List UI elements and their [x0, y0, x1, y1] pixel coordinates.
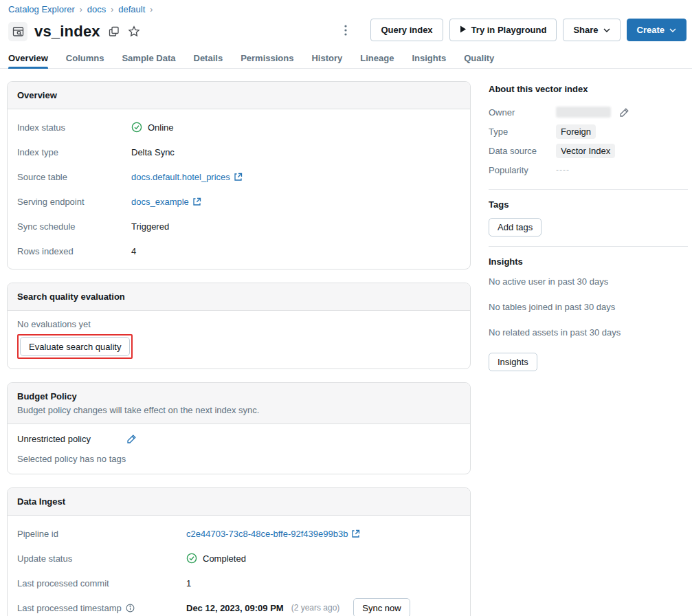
insights-section-title: Insights: [489, 256, 688, 267]
data-source-row: Data source Vector Index: [489, 141, 688, 160]
source-table-link[interactable]: docs.default.hotel_prices: [131, 172, 243, 182]
data-ingest-panel-body: Pipeline id c2e44703-73c8-48ce-bffe-92f4…: [8, 516, 470, 616]
owner-value-redacted: [556, 107, 611, 118]
popularity-label: Popularity: [489, 165, 556, 175]
copy-icon[interactable]: [109, 26, 120, 37]
tab-lineage[interactable]: Lineage: [360, 53, 394, 68]
content-area: Overview Index status Online: [0, 69, 692, 616]
tab-details[interactable]: Details: [194, 53, 223, 68]
overview-panel-header: Overview: [8, 82, 470, 109]
breadcrumb-default[interactable]: default: [118, 4, 145, 14]
overflow-menu-icon[interactable]: [337, 19, 355, 41]
row-label: Index type: [17, 147, 131, 157]
page-title: vs_index: [34, 23, 100, 41]
row-label: Last processed timestamp: [17, 603, 186, 613]
data-ingest-panel: Data Ingest Pipeline id c2e44703-73c8-48…: [7, 487, 471, 616]
data-ingest-panel-header: Data Ingest: [8, 488, 470, 516]
owner-row: Owner: [489, 102, 688, 122]
status-badge: Completed: [186, 553, 246, 564]
overview-panel-body: Index status Online Index type: [8, 109, 470, 269]
budget-policy-panel-subtitle: Budget policy changes will take effect o…: [17, 405, 460, 415]
insight-item: No related assets in past 30 days: [489, 327, 688, 338]
catalog-explorer-page: Catalog Explorer › docs › default › vs_i…: [0, 0, 692, 616]
tab-permissions[interactable]: Permissions: [241, 53, 293, 68]
details-sidebar: About this vector index Owner Type Forei…: [489, 81, 688, 616]
play-icon: [460, 25, 467, 35]
search-quality-panel-body: No evaluations yet Evaluate search quali…: [8, 311, 470, 368]
share-button[interactable]: Share: [563, 19, 620, 41]
source-table-row: Source table docs.default.hotel_prices: [8, 164, 470, 189]
serving-endpoint-link[interactable]: docs_example: [131, 197, 201, 207]
search-quality-panel-title: Search quality evaluation: [17, 292, 125, 302]
main-column: Overview Index status Online: [7, 81, 471, 616]
status-text: Online: [148, 122, 174, 133]
insights-button[interactable]: Insights: [489, 353, 537, 371]
about-section-title: About this vector index: [489, 84, 688, 94]
tab-overview[interactable]: Overview: [8, 53, 48, 68]
serving-endpoint-row: Serving endpoint docs_example: [8, 189, 470, 214]
insight-item: No active user in past 30 days: [489, 276, 688, 287]
insights-list: No active user in past 30 days No tables…: [489, 276, 688, 338]
tab-columns[interactable]: Columns: [66, 53, 104, 68]
create-button[interactable]: Create: [627, 19, 687, 41]
row-label: Sync schedule: [17, 221, 131, 232]
budget-policy-panel-body: Unrestricted policy Selected policy has …: [8, 424, 470, 474]
type-badge: Foreign: [556, 124, 596, 139]
evaluate-search-quality-button[interactable]: Evaluate search quality: [20, 337, 130, 356]
budget-policy-panel-title: Budget Policy: [17, 391, 460, 402]
tags-section: Tags Add tags: [489, 199, 688, 247]
sync-now-button[interactable]: Sync now: [353, 598, 410, 616]
index-status-row: Index status Online: [8, 115, 470, 140]
chevron-down-icon: [669, 28, 676, 32]
pipeline-id-link[interactable]: c2e44703-73c8-48ce-bffe-92f439e99b3b: [186, 529, 360, 539]
breadcrumb-catalog-explorer[interactable]: Catalog Explorer: [8, 4, 75, 14]
breadcrumb-separator: ›: [80, 5, 82, 14]
source-table-link-text: docs.default.hotel_prices: [131, 172, 230, 182]
update-status-row: Update status Completed: [8, 546, 470, 571]
popularity-value: ----: [556, 165, 570, 175]
tab-sample-data[interactable]: Sample Data: [122, 53, 175, 68]
policy-note: Selected policy has no tags: [17, 454, 460, 464]
breadcrumb-separator: ›: [150, 5, 153, 14]
budget-policy-panel: Budget Policy Budget policy changes will…: [7, 382, 471, 474]
red-highlight-annotation: Evaluate search quality: [17, 334, 133, 359]
breadcrumb-docs[interactable]: docs: [87, 4, 106, 14]
external-link-icon: [351, 529, 360, 538]
row-label: Last processed commit: [17, 578, 186, 588]
row-value: Delta Sync: [131, 147, 175, 157]
budget-policy-panel-header: Budget Policy Budget policy changes will…: [8, 383, 470, 424]
type-label: Type: [489, 126, 556, 137]
timestamp-relative-text: (2 years ago): [291, 603, 340, 613]
popularity-row: Popularity ----: [489, 160, 688, 179]
row-label: Index status: [17, 122, 131, 133]
insight-item: No tables joined in past 30 days: [489, 302, 688, 312]
try-in-playground-label: Try in Playground: [471, 25, 547, 35]
tab-quality[interactable]: Quality: [464, 53, 494, 68]
external-link-icon: [192, 197, 201, 206]
status-text: Completed: [203, 553, 246, 564]
policy-row: Unrestricted policy: [17, 434, 460, 444]
timestamp-value: Dec 12, 2023, 09:09 PM (2 years ago) Syn…: [186, 598, 410, 616]
share-label: Share: [573, 25, 598, 35]
about-section: About this vector index Owner Type Forei…: [489, 84, 688, 190]
tab-history[interactable]: History: [311, 53, 342, 68]
type-row: Type Foreign: [489, 122, 688, 141]
chevron-down-icon: [603, 28, 610, 32]
data-ingest-panel-title: Data Ingest: [17, 496, 65, 507]
sync-schedule-row: Sync schedule Triggered: [8, 214, 470, 239]
edit-owner-pencil-icon[interactable]: [619, 107, 629, 118]
add-tags-button[interactable]: Add tags: [489, 218, 542, 236]
edit-policy-pencil-icon[interactable]: [126, 434, 137, 444]
row-value: 4: [131, 246, 136, 256]
row-label-text: Last processed timestamp: [17, 603, 122, 613]
no-evaluations-text: No evaluations yet: [17, 319, 460, 329]
star-favorite-icon[interactable]: [128, 25, 140, 38]
query-index-button[interactable]: Query index: [370, 19, 443, 41]
policy-name: Unrestricted policy: [17, 434, 91, 444]
serving-endpoint-link-text: docs_example: [131, 197, 189, 207]
search-quality-panel: Search quality evaluation No evaluations…: [7, 283, 471, 369]
try-in-playground-button[interactable]: Try in Playground: [449, 19, 557, 41]
row-label: Rows indexed: [17, 246, 131, 256]
tab-insights[interactable]: Insights: [412, 53, 446, 68]
info-icon[interactable]: [126, 604, 135, 613]
